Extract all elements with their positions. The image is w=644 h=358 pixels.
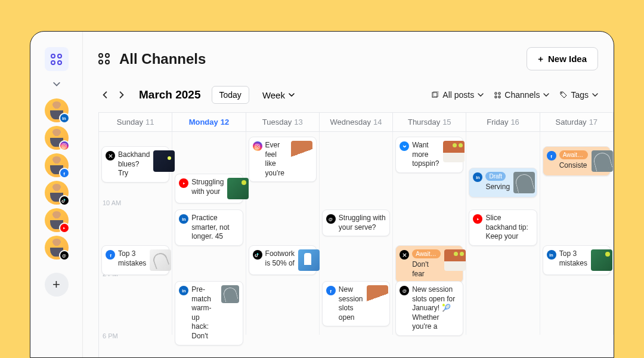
post-card[interactable]: Want more topspin? [395, 137, 463, 173]
x-icon [400, 250, 409, 260]
post-card[interactable]: Footwork is 50% of [249, 245, 317, 275]
sidebar-channel-facebook[interactable]: f [45, 153, 69, 177]
post-card[interactable]: inTop 3 mistakes [543, 245, 611, 275]
time-label: 6 PM [103, 332, 118, 340]
post-text: Pre-match warm-up hack: Don't [191, 285, 217, 341]
post-thumbnail [221, 285, 239, 303]
post-card[interactable]: inPractice smarter, not longer. 45 [175, 209, 243, 246]
post-text: Practice smarter, not longer. 45 [191, 214, 239, 242]
filter-posts[interactable]: All posts [432, 90, 484, 100]
post-thumbnail [291, 141, 312, 162]
day-header: Wednesday14 [320, 113, 393, 132]
day-column[interactable]: @Struggling with your serve?fNew session… [320, 132, 393, 335]
svg-text:in: in [182, 217, 185, 222]
post-card[interactable]: inPre-match warm-up hack: Don't [175, 281, 243, 345]
tiktok-icon [253, 250, 262, 260]
today-button[interactable]: Today [212, 86, 249, 104]
page-title: All Channels [119, 51, 206, 67]
tiktok-icon [59, 195, 70, 206]
sidebar-channel-linkedin[interactable]: in [45, 98, 69, 122]
add-channel-button[interactable]: + [45, 273, 69, 297]
post-thumbnail [444, 249, 466, 271]
sidebar-channel-instagram[interactable] [45, 126, 69, 150]
post-text: Slice backhand tip: Keep your [485, 214, 532, 242]
facebook-icon: f [106, 250, 115, 260]
sidebar-channel-threads[interactable]: @ [45, 236, 69, 260]
svg-rect-1 [62, 143, 66, 147]
chevron-left-icon [101, 91, 109, 98]
post-card[interactable]: Slice backhand tip: Keep your [469, 209, 537, 246]
post-card[interactable]: Awaiti…Don't fear [395, 245, 463, 283]
status-badge: Draft [485, 172, 506, 181]
new-idea-button[interactable]: + New Idea [527, 47, 598, 70]
instagram-icon [253, 141, 262, 151]
svg-text:in: in [62, 116, 66, 121]
svg-text:in: in [182, 288, 185, 294]
view-select[interactable]: Week [256, 87, 301, 104]
post-card[interactable]: Backhand blues? Try [101, 146, 169, 183]
day-header: Friday16 [466, 113, 540, 132]
post-card[interactable]: fNew session slots open [322, 281, 390, 326]
post-thumbnail [443, 141, 465, 162]
chevron-down-icon [478, 92, 484, 98]
svg-text:f: f [550, 153, 552, 158]
youtube-icon [473, 214, 482, 224]
svg-point-2 [63, 144, 66, 147]
post-thumbnail [153, 150, 175, 172]
toolbar: March 2025 Today Week All posts Channels [98, 86, 614, 104]
filter-tags[interactable]: Tags [560, 90, 598, 100]
svg-text:@: @ [329, 217, 333, 222]
post-text: New session slots open for January! 🎾 Wh… [412, 285, 459, 332]
post-card[interactable]: @New session slots open for January! 🎾 W… [395, 281, 463, 336]
post-card[interactable]: inDraftServing [469, 168, 537, 197]
svg-text:f: f [110, 252, 112, 257]
youtube-icon [179, 178, 188, 188]
svg-text:@: @ [402, 288, 406, 294]
post-text: Consiste [559, 161, 588, 171]
facebook-icon: f [547, 151, 556, 161]
post-text: Top 3 mistakes [118, 249, 146, 268]
plus-icon: + [538, 54, 543, 64]
post-card[interactable]: @Struggling with your serve? [322, 209, 390, 236]
post-card[interactable]: fAwaiti…Consiste [543, 146, 611, 176]
sidebar-channel-tiktok[interactable] [45, 181, 69, 205]
post-thumbnail [298, 249, 320, 271]
chevron-right-icon [118, 91, 125, 98]
posts-icon [432, 91, 439, 98]
threads-icon: @ [400, 286, 409, 295]
post-card[interactable]: fTop 3 mistakes [101, 245, 169, 275]
linkedin-icon: in [547, 250, 556, 260]
day-column[interactable]: 10 AM2 PM6 PMBackhand blues? TryfTop 3 m… [99, 132, 172, 335]
linkedin-icon: in [59, 113, 70, 124]
facebook-icon: f [59, 168, 70, 178]
post-card[interactable]: Ever feel like you're [249, 137, 317, 182]
post-card[interactable]: Struggling with your [175, 174, 243, 203]
post-text: Don't fear [412, 260, 441, 279]
header: All Channels + New Idea [98, 47, 614, 70]
main: All Channels + New Idea March 2025 Today [83, 32, 614, 357]
day-column[interactable]: Ever feel like you'reFootwork is 50% of [246, 132, 320, 335]
status-badge: Awaiti… [412, 249, 441, 258]
day-column[interactable]: Struggling with yourinPractice smarter, … [172, 132, 246, 335]
bluesky-icon [400, 141, 409, 151]
day-header: Monday12 [172, 113, 246, 132]
prev-period-button[interactable] [98, 88, 112, 101]
day-column[interactable]: inDraftServingSlice backhand tip: Keep y… [466, 132, 540, 335]
next-period-button[interactable] [115, 88, 128, 101]
day-header: Saturday17 [540, 113, 614, 132]
svg-text:f: f [63, 171, 65, 175]
post-text: Serving [485, 183, 510, 192]
svg-text:@: @ [62, 253, 66, 258]
channels-icon [98, 53, 110, 64]
day-header: Thursday15 [393, 113, 466, 132]
day-column[interactable]: Want more topspin?Awaiti…Don't fear@New … [393, 132, 466, 335]
post-thumbnail [367, 285, 388, 307]
sidebar-collapse-toggle[interactable] [51, 78, 63, 90]
day-header: Tuesday13 [246, 113, 320, 132]
sidebar: inf@ + [30, 32, 83, 357]
threads-icon: @ [326, 214, 336, 224]
day-column[interactable]: fAwaiti…ConsisteinTop 3 mistakes [540, 132, 614, 335]
filter-channels[interactable]: Channels [494, 90, 549, 100]
sidebar-channel-youtube[interactable] [45, 208, 69, 232]
logo[interactable] [45, 47, 69, 71]
